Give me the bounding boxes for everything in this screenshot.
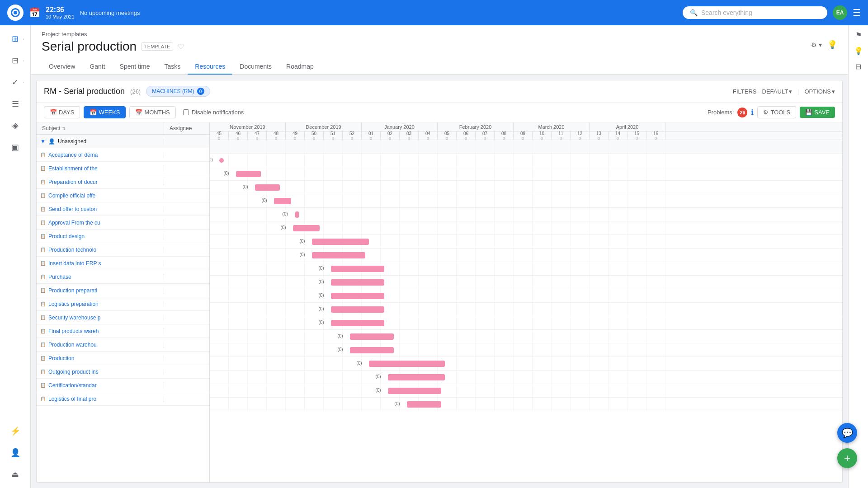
week-bg-cell — [514, 194, 533, 207]
task-name-11[interactable]: 📋 Production preparati — [37, 287, 164, 294]
filters-value[interactable]: DEFAULT ▾ — [762, 88, 793, 95]
lightbulb-right-icon[interactable]: 💡 — [854, 47, 863, 55]
notifications-toggle[interactable]: Disable notifications — [183, 109, 244, 116]
week-bg-cell — [571, 167, 590, 180]
nav-spent-time[interactable]: Spent time — [113, 59, 157, 75]
nav-roadmap[interactable]: Roadmap — [279, 59, 321, 75]
sidebar-item-grid[interactable]: ⊞ › — [5, 29, 25, 49]
task-name-19[interactable]: 📋 Logistics of final pro — [37, 396, 164, 402]
weeks-button[interactable]: 📅 WEEKS — [84, 106, 126, 118]
week-bg-cell — [627, 194, 646, 207]
week-bg-cell — [590, 316, 609, 329]
task-name-8[interactable]: 📋 Production technolo — [37, 247, 164, 253]
breadcrumb: Project templates — [42, 31, 837, 38]
settings-chevron: ▾ — [819, 41, 822, 48]
nav-gantt[interactable]: Gantt — [82, 59, 112, 75]
task-name-3[interactable]: 📋 Preparation of docur — [37, 179, 164, 185]
toolbar: 📅 DAYS 📅 WEEKS 📅 MONTHS Disable notifica… — [37, 103, 842, 122]
week-bg-cell — [476, 330, 495, 343]
week-bg-cell — [533, 221, 552, 235]
machines-badge[interactable]: MACHINES (RM) 0 — [146, 86, 210, 97]
settings-button[interactable]: ⚙ ▾ — [811, 41, 822, 48]
week-bg-cell — [229, 249, 248, 262]
hamburger-menu[interactable]: ☰ — [853, 7, 861, 18]
week-bg-cell — [609, 398, 627, 411]
task-name-13[interactable]: 📋 Security warehouse p — [37, 314, 164, 321]
options-button[interactable]: OPTIONS ▾ — [804, 88, 835, 95]
task-name-4[interactable]: 📋 Compile official offe — [37, 192, 164, 199]
week-bg-cell — [457, 249, 476, 262]
week-bg-cell — [533, 167, 552, 180]
task-name-15[interactable]: 📋 Production warehou — [37, 342, 164, 348]
week-bg-cell — [229, 262, 248, 275]
week-bg-cell — [571, 303, 590, 316]
lightbulb-button[interactable]: 💡 — [827, 40, 837, 50]
user-avatar[interactable]: EA — [833, 5, 847, 20]
week-bg-cell — [305, 384, 324, 397]
nav-tasks[interactable]: Tasks — [157, 59, 188, 75]
sidebar-item-lightning[interactable]: ⚡ — [5, 421, 25, 441]
table-row: 📋 Compile official offe — [37, 189, 209, 202]
week-bg-cell — [286, 316, 305, 329]
add-fab[interactable]: + — [837, 448, 857, 468]
info-icon[interactable]: ℹ — [751, 108, 754, 117]
week-bg-cell — [514, 235, 533, 248]
week-bg-cell — [400, 167, 419, 180]
group-collapse-icon[interactable]: ▼ — [40, 138, 46, 145]
week-bg-cell — [267, 140, 286, 153]
assignee-column-header: Assignee — [164, 122, 209, 134]
week-bg-cell — [305, 371, 324, 384]
nav-resources[interactable]: Resources — [188, 59, 232, 75]
week-cell: 450 — [210, 131, 229, 140]
app-logo[interactable] — [7, 5, 24, 21]
days-button[interactable]: 📅 DAYS — [44, 106, 80, 118]
week-bg-cell — [646, 330, 665, 343]
sidebar-item-person[interactable]: 👤 — [5, 443, 25, 463]
week-bg-cell — [627, 384, 646, 397]
sidebar-item-tasks[interactable]: ✓ › — [5, 72, 25, 92]
task-name-5[interactable]: 📋 Send offer to custon — [37, 206, 164, 212]
flag-icon[interactable]: ⚑ — [855, 31, 862, 39]
timeline-row: (0) — [210, 276, 842, 289]
week-bg-cell — [590, 181, 609, 194]
favorite-icon[interactable]: ♡ — [178, 42, 184, 51]
task-icon: 📋 — [40, 247, 46, 252]
top-nav: 📅 22:36 10 May 2021 No upcoming meetings… — [0, 0, 868, 25]
months-button[interactable]: 📅 MONTHS — [129, 106, 175, 118]
task-name-12[interactable]: 📋 Logistics preparation — [37, 301, 164, 307]
task-name-10[interactable]: 📋 Purchase — [37, 274, 164, 280]
task-name-7[interactable]: 📋 Product design — [37, 233, 164, 239]
sidebar-item-structure[interactable]: ⊟ › — [5, 51, 25, 70]
search-box[interactable]: 🔍 Search everything — [683, 6, 827, 19]
sort-icon: ⇅ — [62, 126, 66, 131]
week-bg-cell — [248, 221, 267, 235]
week-bg-cell — [400, 289, 419, 302]
chat-fab[interactable]: 💬 — [837, 423, 857, 443]
nav-overview[interactable]: Overview — [42, 59, 82, 75]
week-bg-cell — [627, 398, 646, 411]
breadcrumb-link[interactable]: Project templates — [42, 31, 87, 38]
sidebar-item-list[interactable]: ☰ — [5, 94, 25, 114]
task-name-14[interactable]: 📋 Final products wareh — [37, 328, 164, 334]
save-button[interactable]: 💾 SAVE — [800, 107, 835, 118]
sidebar-item-board[interactable]: ▣ — [5, 137, 25, 157]
task-name-6[interactable]: 📋 Approval From the cu — [37, 220, 164, 226]
filter-right-icon[interactable]: ⊟ — [855, 62, 861, 71]
task-name-9[interactable]: 📋 Insert data into ERP s — [37, 260, 164, 267]
sidebar-item-dropbox[interactable]: ◈ — [5, 116, 25, 136]
task-name-18[interactable]: 📋 Certification/standar — [37, 382, 164, 389]
notifications-checkbox[interactable] — [183, 109, 189, 115]
week-bg-cell — [533, 316, 552, 329]
week-bg-cell — [343, 140, 362, 153]
week-bg-cell — [286, 167, 305, 180]
sidebar-item-logout[interactable]: ⏏ — [5, 465, 25, 484]
search-placeholder: Search everything — [701, 9, 752, 16]
tools-button[interactable]: ⚙ TOOLS — [757, 106, 796, 118]
task-name-2[interactable]: 📋 Establishment of the — [37, 165, 164, 172]
timeline-row: (0) — [210, 249, 842, 262]
task-name-16[interactable]: 📋 Production — [37, 355, 164, 361]
week-bg-cell — [248, 276, 267, 289]
nav-documents[interactable]: Documents — [232, 59, 279, 75]
task-name-17[interactable]: 📋 Outgoing product ins — [37, 369, 164, 375]
task-name-1[interactable]: 📋 Acceptance of dema — [37, 152, 164, 158]
